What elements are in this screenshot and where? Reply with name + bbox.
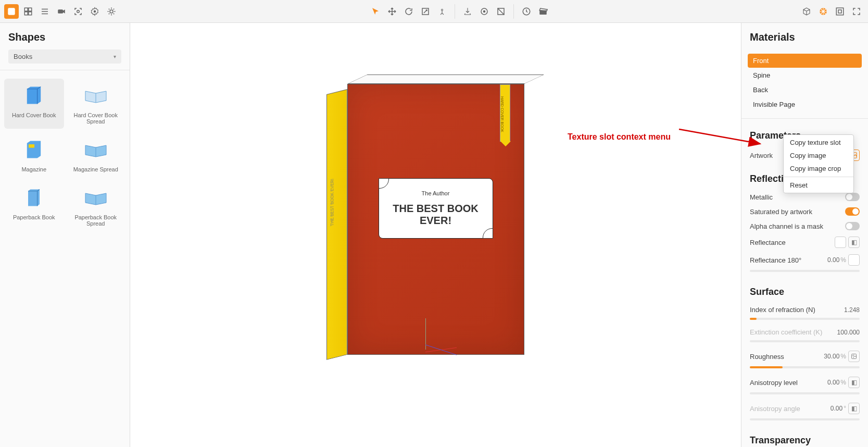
svg-rect-17 (836, 8, 844, 15)
add-icon[interactable] (4, 4, 19, 19)
book-spread-thumb-icon (80, 83, 111, 109)
shape-magazine-spread[interactable]: Magazine Spread (66, 133, 126, 177)
aniso-angle-row: Anisotropy angle 0.00° ◧ (741, 400, 868, 417)
ctx-divider (784, 177, 853, 177)
snap-center-icon[interactable] (477, 4, 492, 19)
book-thumb-icon (18, 83, 49, 109)
materials-panel: Materials Front Spine Back Invisible Pag… (741, 23, 868, 447)
materials-title: Materials (741, 23, 868, 49)
book-model[interactable]: THE BEST BOOK EVER! HARD COVER BOOK The … (326, 84, 524, 365)
toolbar-divider (513, 4, 514, 19)
list-icon[interactable] (37, 4, 52, 19)
book-front-face: HARD COVER BOOK The Author THE BEST BOOK… (347, 84, 524, 355)
alpha-row: Alpha channel is a mask (741, 219, 868, 233)
gear-icon[interactable] (87, 4, 102, 19)
svg-point-12 (483, 10, 485, 12)
aniso-angle-extra-button: ◧ (848, 403, 860, 414)
svg-point-10 (441, 9, 443, 10)
reflectance180-slider[interactable] (750, 270, 860, 272)
material-spine[interactable]: Spine (748, 68, 862, 82)
surface-title: Surface (741, 277, 868, 303)
move-icon[interactable] (385, 4, 399, 19)
category-select[interactable]: Books (8, 49, 121, 64)
time-icon[interactable] (519, 4, 534, 19)
magazine-spread-thumb-icon (80, 137, 111, 163)
svg-rect-2 (29, 8, 32, 11)
pivot-icon[interactable] (435, 4, 449, 19)
reflectance180-row: Reflectance 180° 0.00% (741, 251, 868, 269)
book-top-face (347, 74, 545, 84)
ctx-reset[interactable]: Reset (784, 179, 853, 192)
aniso-level-slider[interactable] (750, 392, 860, 394)
book-spine-face: THE BEST BOOK EVER! (326, 89, 347, 360)
grid-icon[interactable] (21, 4, 35, 19)
alpha-toggle[interactable] (845, 222, 860, 230)
shapes-title: Shapes (0, 23, 130, 49)
svg-point-23 (853, 355, 854, 356)
metallic-toggle[interactable] (845, 193, 860, 201)
material-front[interactable]: Front (748, 54, 862, 68)
ctx-copy-image-crop[interactable]: Copy image crop (784, 162, 853, 175)
paperback-spread-thumb-icon (80, 185, 111, 211)
svg-line-25 (679, 129, 760, 144)
reflectance-extra-button[interactable]: ◧ (848, 237, 860, 248)
magazine-thumb-icon (18, 137, 49, 163)
camera-icon[interactable] (54, 4, 69, 19)
divider (0, 70, 130, 70)
svg-rect-4 (29, 11, 32, 15)
ior-slider[interactable] (750, 318, 860, 320)
snap-ground-icon[interactable] (460, 4, 475, 19)
aniso-extra-button[interactable]: ◧ (848, 377, 860, 388)
paperback-thumb-icon (18, 185, 49, 211)
ribbon: HARD COVER BOOK (500, 84, 510, 142)
ctx-copy-texture-slot[interactable]: Copy texture slot (784, 136, 853, 149)
reflectance180-swatch[interactable] (848, 254, 860, 266)
texture-slot-context-menu: Copy texture slot Copy image Copy image … (783, 134, 854, 193)
clapper-icon[interactable] (536, 4, 550, 19)
svg-rect-3 (24, 11, 28, 15)
aniso-level-row: Anisotropy level 0.00% ◧ (741, 374, 868, 391)
sun-icon[interactable] (104, 4, 119, 19)
extinction-row: Extinction coefficient (K) 100.000 (741, 325, 868, 339)
fit-icon[interactable] (833, 4, 847, 19)
svg-rect-18 (838, 10, 841, 13)
viewport[interactable]: THE BEST BOOK EVER! HARD COVER BOOK The … (130, 23, 741, 447)
cube-icon[interactable] (799, 4, 814, 19)
shape-paperback-spread[interactable]: Paperback Book Spread (66, 181, 126, 231)
shape-magazine[interactable]: Magazine (4, 133, 64, 177)
rotate-icon[interactable] (401, 4, 416, 19)
shape-hard-cover-spread[interactable]: Hard Cover Book Spread (66, 79, 126, 129)
circle-grid-icon[interactable] (816, 4, 831, 19)
aniso-angle-slider (750, 418, 860, 420)
ctx-copy-image[interactable]: Copy image (784, 149, 853, 162)
cursor-icon[interactable] (368, 4, 383, 19)
annotation-label: Texture slot context menu (568, 124, 765, 150)
reflectance-row: Reflectance ◧ (741, 233, 868, 251)
svg-rect-5 (58, 9, 63, 14)
top-toolbar (0, 0, 868, 23)
scale-icon[interactable] (418, 4, 433, 19)
svg-point-8 (110, 10, 113, 13)
focus-icon[interactable] (71, 4, 85, 19)
saturated-toggle[interactable] (845, 207, 860, 216)
shapes-panel: Shapes Books Hard Cover Book Hard Cover … (0, 23, 130, 447)
material-back[interactable]: Back (748, 83, 862, 97)
saturated-row: Saturated by artwork (741, 204, 868, 219)
toolbar-divider (455, 4, 455, 19)
svg-point-7 (94, 10, 96, 13)
material-invisible-page[interactable]: Invisible Page (748, 97, 862, 111)
svg-rect-1 (24, 8, 28, 11)
transparency-title: Transparency (741, 426, 868, 447)
fullscreen-icon[interactable] (849, 4, 864, 19)
crop-icon[interactable] (494, 4, 508, 19)
roughness-row: Roughness 30.00% (741, 347, 868, 365)
svg-rect-19 (29, 144, 34, 148)
shape-hard-cover-book[interactable]: Hard Cover Book (4, 79, 64, 129)
roughness-slider[interactable] (750, 366, 860, 368)
extinction-slider (750, 340, 860, 342)
roughness-image-button[interactable] (848, 351, 860, 362)
shape-paperback[interactable]: Paperback Book (4, 181, 64, 231)
reflectance-swatch[interactable] (835, 237, 846, 248)
ior-row: Index of refraction (N) 1.248 (741, 303, 868, 317)
cover-label: The Author THE BEST BOOK EVER! (379, 178, 493, 239)
